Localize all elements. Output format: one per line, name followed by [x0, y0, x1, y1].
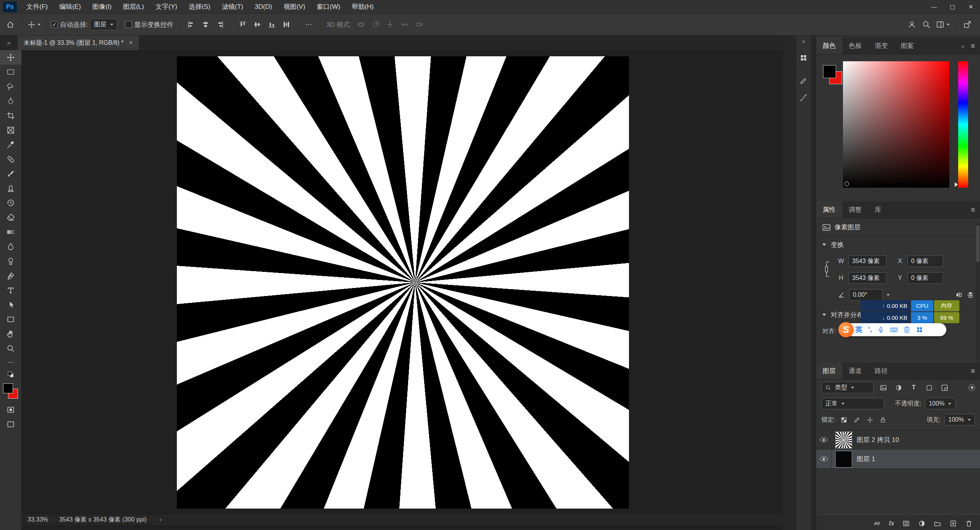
- tab-libraries[interactable]: 库: [868, 201, 888, 218]
- visibility-toggle[interactable]: [816, 430, 831, 450]
- x-field[interactable]: 0 像素: [907, 255, 943, 267]
- document-canvas[interactable]: [177, 56, 629, 509]
- default-colors-button[interactable]: [0, 369, 21, 380]
- foreground-color-swatch[interactable]: [823, 65, 836, 78]
- close-button[interactable]: ✕: [962, 0, 980, 14]
- tab-properties[interactable]: 属性: [816, 201, 842, 218]
- height-field[interactable]: 3543 像素: [848, 272, 887, 284]
- show-transform-checkbox[interactable]: [125, 21, 132, 28]
- expand-panels-button[interactable]: «: [796, 36, 811, 47]
- tool-type[interactable]: [0, 283, 21, 298]
- menu-type[interactable]: 文字(Y): [150, 0, 183, 14]
- tool-blur[interactable]: [0, 239, 21, 254]
- tool-pen[interactable]: [0, 268, 21, 283]
- filter-type-layers-button[interactable]: T: [908, 382, 920, 393]
- layer-style-button[interactable]: fx: [889, 520, 894, 527]
- layers-panel-menu-button[interactable]: ≡: [971, 363, 975, 380]
- tool-lasso[interactable]: [0, 79, 21, 94]
- tool-history-brush[interactable]: [0, 196, 21, 210]
- tab-paths[interactable]: 路径: [868, 363, 894, 379]
- fill-dropdown[interactable]: 100%: [944, 414, 975, 425]
- ime-logo[interactable]: S: [838, 322, 854, 337]
- layer-thumbnail-black[interactable]: [835, 451, 852, 468]
- hue-slider[interactable]: [958, 61, 968, 188]
- clipboard-icon[interactable]: [903, 326, 910, 333]
- tool-zoom[interactable]: [0, 341, 21, 356]
- tab-patterns[interactable]: 图案: [894, 38, 920, 54]
- status-chevron-icon[interactable]: ›: [160, 516, 162, 523]
- tab-gradients[interactable]: 渐变: [868, 38, 894, 54]
- tool-gradient[interactable]: [0, 225, 21, 239]
- menu-window[interactable]: 窗口(W): [311, 0, 346, 14]
- toolbox-grid-icon[interactable]: [916, 326, 923, 333]
- tool-eraser[interactable]: [0, 210, 21, 225]
- tab-layers[interactable]: 图层: [816, 363, 842, 379]
- menu-help[interactable]: 帮助(H): [346, 0, 380, 14]
- lock-position-button[interactable]: [865, 414, 874, 425]
- filter-adjustment-layers-button[interactable]: [893, 382, 904, 393]
- toolbar-more-button[interactable]: ⋯: [0, 356, 21, 369]
- width-field[interactable]: 3543 像素: [848, 255, 887, 267]
- share-button[interactable]: [960, 17, 975, 32]
- menu-filter[interactable]: 滤镜(T): [216, 0, 249, 14]
- layer-name[interactable]: 图层 2 拷贝 10: [857, 435, 899, 444]
- adjustment-layer-icon[interactable]: [918, 520, 926, 527]
- menu-image[interactable]: 图像(I): [87, 0, 117, 14]
- align-bottom-button[interactable]: [265, 17, 279, 32]
- tool-path-selection[interactable]: [0, 298, 21, 312]
- y-field[interactable]: 0 像素: [907, 272, 943, 284]
- keyboard-icon[interactable]: [890, 326, 898, 333]
- microphone-icon[interactable]: [877, 326, 884, 333]
- color-swatches[interactable]: [0, 383, 21, 402]
- lock-all-button[interactable]: [878, 414, 887, 425]
- tab-close-icon[interactable]: ×: [129, 39, 133, 47]
- align-middle-v-button[interactable]: [250, 17, 265, 32]
- properties-panel-menu-button[interactable]: ≡: [971, 201, 975, 218]
- collapsed-panel-swatches[interactable]: [796, 50, 811, 65]
- layer-thumbnail-starburst[interactable]: [835, 432, 852, 448]
- filter-smart-objects-button[interactable]: [939, 382, 950, 393]
- angle-field[interactable]: 0.00°: [849, 289, 883, 301]
- search-button[interactable]: [919, 17, 934, 32]
- menu-select[interactable]: 选择(S): [183, 0, 216, 14]
- new-layer-icon[interactable]: [949, 520, 957, 527]
- ime-punctuation-toggle[interactable]: ’,: [868, 326, 872, 334]
- saturation-brightness-field[interactable]: [843, 61, 949, 188]
- hue-slider-marker[interactable]: [955, 182, 958, 187]
- filter-pixel-layers-button[interactable]: [877, 382, 889, 393]
- home-button[interactable]: [3, 17, 18, 32]
- collapse-dock-button[interactable]: «: [961, 38, 964, 54]
- tool-hand[interactable]: [0, 327, 21, 341]
- layer-name[interactable]: 图层 1: [857, 455, 875, 463]
- collapsed-panel-curves[interactable]: [796, 90, 811, 105]
- zoom-level-field[interactable]: 33.33%: [28, 516, 48, 523]
- collapsed-panel-brushes[interactable]: [796, 73, 811, 88]
- align-left-button[interactable]: [184, 17, 198, 32]
- tool-eyedropper[interactable]: [0, 137, 21, 152]
- properties-scrollbar[interactable]: [976, 223, 979, 361]
- transform-section-header[interactable]: 变换: [816, 237, 980, 253]
- tab-color[interactable]: 颜色: [816, 38, 842, 54]
- tab-channels[interactable]: 通道: [842, 363, 868, 379]
- document-tab[interactable]: 未标题-1 @ 33.3% (图层 1, RGB/8) * ×: [18, 36, 139, 50]
- align-top-button[interactable]: [235, 17, 250, 32]
- align-right-button[interactable]: [213, 17, 227, 32]
- layer-row-copy10[interactable]: 图层 2 拷贝 10: [816, 430, 980, 450]
- tool-marquee[interactable]: [0, 65, 21, 79]
- menu-file[interactable]: 文件(F): [21, 0, 54, 14]
- add-mask-icon[interactable]: [902, 520, 910, 527]
- minimize-button[interactable]: —: [925, 0, 943, 14]
- account-button[interactable]: [905, 17, 919, 32]
- flip-vertical-icon[interactable]: [967, 291, 974, 299]
- menu-edit[interactable]: 编辑(E): [54, 0, 87, 14]
- tab-list-chevron[interactable]: »: [0, 36, 18, 50]
- color-field-marker[interactable]: [844, 182, 849, 186]
- lock-pixels-button[interactable]: [852, 414, 861, 425]
- link-dimensions-icon[interactable]: [823, 257, 831, 281]
- tool-rectangle[interactable]: [0, 312, 21, 327]
- angle-dropdown-icon[interactable]: [887, 294, 890, 296]
- color-panel-menu-button[interactable]: ≡: [971, 38, 975, 54]
- filter-shape-layers-button[interactable]: [923, 382, 935, 393]
- tool-dodge[interactable]: [0, 254, 21, 268]
- tool-brush[interactable]: [0, 167, 21, 181]
